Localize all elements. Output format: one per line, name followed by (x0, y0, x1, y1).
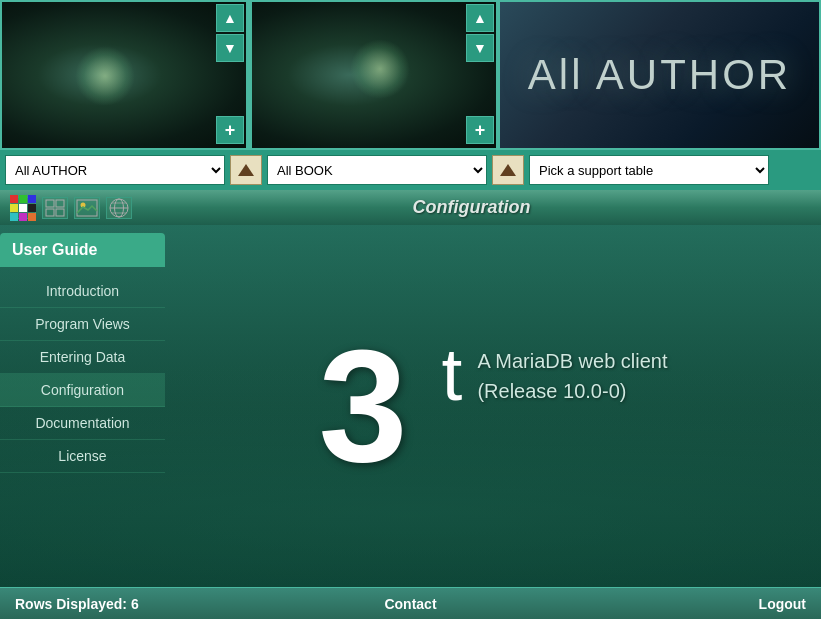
app-release: (Release 10.0-0) (477, 376, 667, 406)
image-panel-author: All AUTHOR (500, 0, 821, 150)
svg-rect-1 (56, 200, 64, 207)
svg-rect-0 (46, 200, 54, 207)
author-up-button[interactable] (230, 155, 262, 185)
color-cell (10, 204, 18, 212)
layout-icon[interactable] (42, 197, 68, 219)
support-table-select[interactable]: Pick a support table (529, 155, 769, 185)
color-cell (28, 204, 36, 212)
toolbar-icons (10, 197, 132, 219)
book-select[interactable]: All BOOK (267, 155, 487, 185)
big-number-superscript: t (442, 331, 463, 417)
color-cell (28, 213, 36, 221)
globe-icon-svg (108, 198, 130, 218)
color-grid-icon-inner (10, 195, 36, 221)
sidebar-item-configuration[interactable]: Configuration (0, 374, 165, 407)
color-cell (10, 195, 18, 203)
sidebar-item-entering-data[interactable]: Entering Data (0, 341, 165, 374)
main-area: User Guide Introduction Program Views En… (0, 225, 821, 587)
author-select[interactable]: All AUTHOR (5, 155, 225, 185)
color-cell (19, 213, 27, 221)
sidebar-item-introduction[interactable]: Introduction (0, 275, 165, 308)
panel-down-btn-1[interactable]: ▼ (216, 34, 244, 62)
color-cell (19, 204, 27, 212)
big-number-container: 3 t (318, 326, 407, 486)
sidebar: User Guide Introduction Program Views En… (0, 225, 165, 587)
image-panel-1: ▲ ▼ + (0, 0, 248, 150)
status-bar: Rows Displayed: 6 Contact Logout (0, 587, 821, 619)
big-number: 3 (318, 316, 407, 495)
author-label: All AUTHOR (528, 51, 791, 99)
color-grid-icon[interactable] (10, 197, 36, 219)
app-tagline: A MariaDB web client (477, 346, 667, 376)
book-up-button[interactable] (492, 155, 524, 185)
author-up-icon (238, 164, 254, 176)
top-image-row: ▲ ▼ + ▲ ▼ + All AUTHOR (0, 0, 821, 150)
image-icon-svg (76, 199, 98, 217)
rows-displayed: Rows Displayed: 6 (15, 596, 279, 612)
app-info: A MariaDB web client (Release 10.0-0) (477, 346, 667, 406)
toolbar-title: Configuration (132, 197, 811, 218)
sidebar-item-program-views[interactable]: Program Views (0, 308, 165, 341)
svg-rect-3 (56, 209, 64, 216)
panel-controls-2: ▲ ▼ (466, 4, 494, 62)
image-panel-2: ▲ ▼ + (250, 0, 498, 150)
sidebar-item-license[interactable]: License (0, 440, 165, 473)
panel-plus-btn-1[interactable]: + (216, 116, 244, 144)
globe-icon[interactable] (106, 197, 132, 219)
contact-link[interactable]: Contact (279, 596, 543, 612)
svg-rect-2 (46, 209, 54, 216)
panel-down-btn-2[interactable]: ▼ (466, 34, 494, 62)
color-cell (19, 195, 27, 203)
color-cell (10, 213, 18, 221)
panel-up-btn-2[interactable]: ▲ (466, 4, 494, 32)
image-icon[interactable] (74, 197, 100, 219)
sidebar-header: User Guide (0, 233, 165, 267)
toolbar-row: Configuration (0, 190, 821, 225)
filter-row: All AUTHOR All BOOK Pick a support table (0, 150, 821, 190)
glow-effect-2 (350, 39, 410, 99)
glow-effect-1 (75, 46, 135, 106)
layout-icon-svg (45, 199, 65, 217)
book-up-icon (500, 164, 516, 176)
content-area: 3 t A MariaDB web client (Release 10.0-0… (165, 225, 821, 587)
panel-plus-btn-2[interactable]: + (466, 116, 494, 144)
color-cell (28, 195, 36, 203)
logout-link[interactable]: Logout (542, 596, 806, 612)
sidebar-item-documentation[interactable]: Documentation (0, 407, 165, 440)
panel-up-btn-1[interactable]: ▲ (216, 4, 244, 32)
panel-controls-1: ▲ ▼ (216, 4, 244, 62)
hero-section: 3 t A MariaDB web client (Release 10.0-0… (318, 326, 667, 486)
